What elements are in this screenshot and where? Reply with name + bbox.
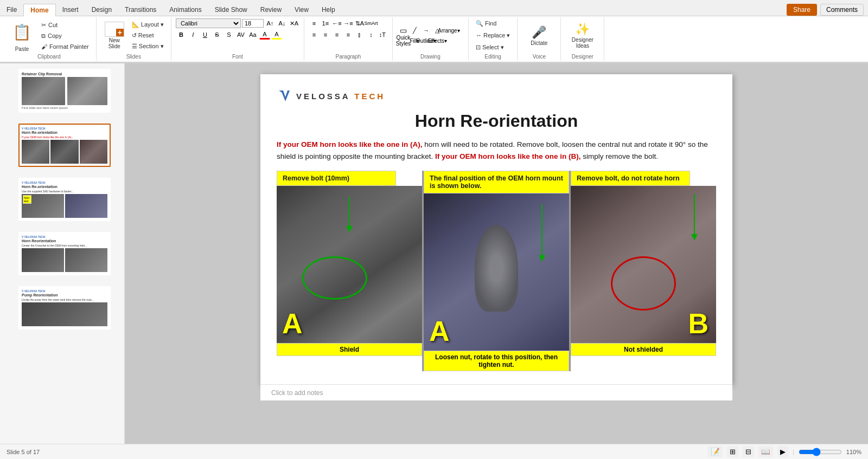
zoom-separator: | — [793, 449, 794, 455]
ribbon-group-voice: 🎤 Dictate Voice — [518, 17, 561, 61]
find-button[interactable]: 🔍 Find — [473, 18, 499, 29]
italic-button[interactable]: I — [188, 30, 199, 40]
char-spacing-button[interactable]: AV — [235, 30, 246, 40]
increase-indent-button[interactable]: →≡ — [343, 18, 354, 28]
section-button[interactable]: ☰ Section ▾ — [129, 41, 167, 51]
slide-thumb-5[interactable]: V VELOSSA TECH Horn Re-orientation If yo… — [18, 124, 111, 167]
copy-button[interactable]: ⧉ Copy — [39, 31, 92, 41]
zoom-slider[interactable] — [799, 448, 842, 456]
new-slide-button[interactable]: + NewSlide — [101, 20, 128, 51]
panel-b-arrow — [526, 199, 558, 264]
align-text-button[interactable]: ↕T — [377, 30, 388, 40]
notes-area[interactable]: Click to add notes — [260, 384, 732, 400]
paste-icon: 📋 — [12, 23, 31, 41]
view-reading-button[interactable]: 📖 — [758, 446, 773, 457]
panel-b-bottom-label: Loosen nut, rotate to this position, the… — [424, 351, 569, 371]
line-spacing-button[interactable]: ↕ — [366, 30, 376, 40]
share-button[interactable]: Share — [787, 4, 817, 16]
tab-help[interactable]: Help — [315, 4, 342, 16]
arrange-button[interactable]: Arrange▾ — [443, 25, 454, 35]
designer-ideas-button[interactable]: ✨ DesignerIdeas — [568, 20, 597, 51]
ribbon-group-clipboard: 📋 Paste ✂ Paste Cut ⧉ Copy 🖌 — [2, 17, 97, 61]
body-part4: simply remove the bolt. — [580, 152, 658, 160]
underline-button[interactable]: U — [200, 30, 210, 40]
view-normal-button[interactable]: ⊞ — [727, 446, 738, 457]
slide-thumb-6[interactable]: V VELOSSA TECH Horn Re-orientation Use t… — [18, 178, 111, 221]
paste-button[interactable]: 📋 — [7, 20, 37, 45]
ribbon-group-font: Calibri A↑ A↓ ✕A B I U S S AV Aa A A — [171, 17, 304, 61]
font-size-input[interactable] — [242, 19, 264, 28]
tab-transitions[interactable]: Transitions — [118, 4, 163, 16]
slide-5-img-a — [22, 140, 49, 164]
canvas-area: VELOSSA TECH Horn Re-orientation If your… — [125, 63, 868, 448]
new-slide-label: NewSlide — [108, 37, 120, 49]
columns-button[interactable]: ⫿ — [354, 30, 365, 40]
ribbon: File Home Insert Design Transitions Anim… — [0, 0, 868, 63]
font-color-button[interactable]: A — [259, 30, 270, 40]
tab-slideshow[interactable]: Slide Show — [208, 4, 254, 16]
slide-5-title: Horn Re-orientation — [22, 131, 107, 134]
slide-title: Horn Re-orientation — [277, 111, 716, 131]
layout-button[interactable]: 📐 Layout ▾ — [129, 20, 167, 30]
format-painter-icon: 🖌 — [41, 43, 47, 50]
font-family-select[interactable]: Calibri — [176, 18, 241, 28]
reset-button[interactable]: ↺ Reset — [129, 30, 167, 41]
panel-c-arrow — [678, 189, 711, 243]
select-button[interactable]: ⊡ Select ▾ — [473, 42, 507, 53]
shape-line-button[interactable]: ╱ — [409, 25, 420, 35]
tab-view[interactable]: View — [288, 4, 315, 16]
tab-insert[interactable]: Insert — [56, 4, 85, 16]
decrease-indent-button[interactable]: ←≡ — [331, 18, 342, 28]
view-notes-button[interactable]: 📝 — [708, 446, 723, 457]
quick-styles-button[interactable]: Quick Styles — [398, 36, 409, 46]
panel-c: Remove bolt, do not rotate horn B Not sh… — [571, 171, 716, 371]
slide-thumb-4[interactable]: Retainer Clip Removal First slide text h… — [18, 69, 111, 113]
panel-a-circle — [302, 256, 367, 300]
tab-design[interactable]: Design — [85, 4, 118, 16]
bullets-button[interactable]: ≡ — [309, 18, 320, 28]
tab-file[interactable]: File — [0, 4, 23, 16]
tab-home[interactable]: Home — [23, 4, 55, 16]
align-center-button[interactable]: ≡ — [320, 30, 331, 40]
strikethrough-button[interactable]: S — [212, 30, 222, 40]
align-right-button[interactable]: ≡ — [331, 30, 342, 40]
dictate-button[interactable]: 🎤 Dictate — [527, 23, 551, 48]
format-painter-button[interactable]: 🖌 Format Painter — [39, 42, 92, 51]
slide-thumb-8[interactable]: V VELOSSA TECH Pump Reorientation Unclip… — [18, 286, 111, 329]
panel-c-bottom-label: Not shielded — [571, 343, 716, 356]
convert-smartart-button[interactable]: SmArt — [366, 18, 376, 28]
replace-button[interactable]: ↔ Replace ▾ — [473, 30, 513, 41]
shape-rect-button[interactable]: ▭ — [398, 25, 409, 35]
slide-5-body-preview: If your OEM horn looks like the one in (… — [22, 135, 107, 139]
cut-button[interactable]: ✂ Paste Cut — [39, 20, 92, 30]
slide-4-caption: First slide text here lorem ipsum — [22, 106, 107, 109]
shape-arrow-button[interactable]: → — [420, 25, 431, 35]
slide-7-title: Horn Reorientation — [22, 239, 107, 243]
view-slideshow-button[interactable]: ▶ — [777, 446, 788, 457]
designer-icon: ✨ — [575, 22, 590, 36]
slide-thumb-7[interactable]: V VELOSSA TECH Horn Reorientation Center… — [18, 232, 111, 275]
logo-brand: VELOSSA TECH — [296, 92, 385, 101]
numbering-button[interactable]: 1≡ — [320, 18, 331, 28]
text-direction-button[interactable]: ⇅A — [354, 18, 365, 28]
ribbon-group-paragraph: ≡ 1≡ ←≡ →≡ ⇅A SmArt ≡ ≡ ≡ ≡ ⫿ ↕ ↕T Parag — [304, 17, 393, 61]
view-slide-sorter-button[interactable]: ⊟ — [743, 446, 754, 457]
justify-button[interactable]: ≡ — [343, 30, 354, 40]
font-decrease-button[interactable]: A↓ — [277, 18, 288, 28]
slide-panel: 4 Retainer Clip Removal First slide text… — [0, 63, 125, 448]
highlight-color-button[interactable]: A — [271, 30, 282, 40]
ribbon-body: 📋 Paste ✂ Paste Cut ⧉ Copy 🖌 — [0, 16, 868, 63]
bold-button[interactable]: B — [176, 30, 187, 40]
tab-review[interactable]: Review — [254, 4, 288, 16]
font-increase-button[interactable]: A↑ — [265, 18, 276, 28]
clear-format-button[interactable]: ✕A — [289, 18, 299, 28]
tab-animations[interactable]: Animations — [163, 4, 208, 16]
panel-a-label: Remove bolt (10mm) — [277, 171, 396, 186]
align-left-button[interactable]: ≡ — [309, 30, 320, 40]
shape-effects-button[interactable]: Effects▾ — [432, 36, 443, 46]
shadow-button[interactable]: S — [224, 30, 234, 40]
slide-4-title: Retainer Clip Removal — [22, 72, 107, 76]
font-case-button[interactable]: Aa — [247, 30, 258, 40]
slide-canvas: VELOSSA TECH Horn Re-orientation If your… — [260, 74, 732, 384]
comments-button[interactable]: Comments — [820, 4, 864, 16]
